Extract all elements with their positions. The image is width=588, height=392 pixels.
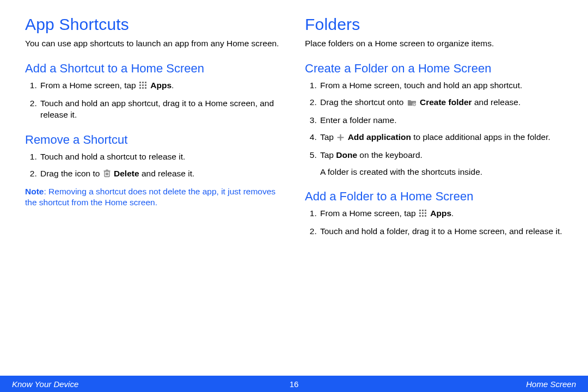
svg-rect-4	[142, 84, 144, 86]
step: Touch and hold an app shortcut, drag it …	[39, 98, 283, 121]
svg-rect-5	[145, 84, 146, 86]
svg-rect-26	[419, 215, 421, 217]
svg-rect-21	[422, 210, 424, 211]
add-application-label: Add application	[348, 132, 411, 142]
svg-rect-23	[419, 212, 421, 214]
text: and release it.	[139, 169, 195, 178]
apps-grid-icon	[419, 209, 427, 220]
text: From a Home screen, tap	[40, 81, 138, 90]
apps-label: Apps	[150, 81, 171, 90]
create-result: A folder is created with the shortcuts i…	[320, 167, 563, 178]
page-footer: Know Your Device 16 Home Screen	[0, 376, 588, 392]
svg-rect-3	[139, 84, 141, 86]
note-label: Note	[25, 187, 44, 196]
svg-rect-2	[145, 82, 146, 83]
note-body: : Removing a shortcut does not delete th…	[25, 187, 275, 207]
heading-remove-shortcut: Remove a Shortcut	[25, 133, 283, 147]
done-label: Done	[336, 150, 357, 160]
two-column-layout: App Shortcuts You can use app shortcuts …	[25, 15, 563, 243]
svg-rect-28	[425, 215, 426, 217]
text: From a Home screen, tap	[320, 209, 418, 218]
text: Drag the shortcut onto	[320, 97, 406, 107]
text: Tap	[320, 150, 336, 160]
manual-page: App Shortcuts You can use app shortcuts …	[0, 0, 588, 392]
step: Drag the shortcut onto Create folder and…	[319, 97, 563, 109]
apps-label: Apps	[430, 209, 451, 218]
text: on the keyboard.	[357, 150, 422, 160]
step: Touch and hold a folder, drag it to a Ho…	[319, 226, 563, 237]
left-column: App Shortcuts You can use app shortcuts …	[25, 15, 283, 243]
step: Touch and hold a shortcut to release it.	[39, 151, 283, 163]
svg-rect-1	[142, 82, 144, 83]
heading-add-folder: Add a Folder to a Home Screen	[305, 189, 563, 204]
footer-left: Know Your Device	[12, 379, 78, 389]
delete-label: Delete	[114, 169, 139, 178]
step: Enter a folder name.	[319, 115, 563, 126]
intro-folders: Place folders on a Home screen to organi…	[305, 38, 563, 50]
text: Tap	[320, 132, 336, 142]
steps-remove-shortcut: Touch and hold a shortcut to release it.…	[25, 151, 283, 181]
svg-rect-25	[425, 212, 426, 214]
step: From a Home screen, tap Apps.	[319, 208, 563, 220]
text: Drag the icon to	[40, 169, 102, 178]
footer-right: Home Screen	[526, 379, 576, 389]
note-remove-shortcut: Note: Removing a shortcut does not delet…	[25, 186, 283, 209]
text: .	[171, 81, 174, 90]
svg-rect-8	[145, 87, 146, 89]
svg-rect-27	[422, 215, 424, 217]
step: Tap Add application to place additional …	[319, 132, 563, 144]
step: From a Home screen, touch and hold an ap…	[319, 80, 563, 91]
add-plus-icon	[337, 133, 344, 144]
heading-add-shortcut: Add a Shortcut to a Home Screen	[25, 62, 283, 76]
page-number: 16	[290, 379, 299, 389]
step: From a Home screen, tap Apps.	[39, 80, 283, 93]
delete-trash-icon	[103, 169, 111, 181]
svg-rect-7	[142, 87, 144, 89]
steps-create-folder: From a Home screen, touch and hold an ap…	[305, 80, 563, 178]
heading-folders: Folders	[305, 15, 563, 34]
svg-rect-6	[139, 87, 141, 89]
step: Drag the icon to Delete and release it.	[39, 168, 283, 181]
steps-add-folder: From a Home screen, tap Apps. Touch and …	[305, 208, 563, 237]
right-column: Folders Place folders on a Home screen t…	[305, 15, 563, 243]
svg-rect-24	[422, 212, 424, 214]
intro-app-shortcuts: You can use app shortcuts to launch an a…	[25, 38, 283, 50]
heading-create-folder: Create a Folder on a Home Screen	[305, 62, 563, 76]
create-folder-label: Create folder	[420, 97, 472, 107]
svg-rect-20	[419, 210, 421, 211]
svg-rect-22	[425, 210, 426, 211]
create-folder-icon	[407, 98, 416, 109]
text: and release.	[472, 97, 521, 107]
text: .	[451, 209, 454, 218]
svg-rect-0	[139, 82, 141, 83]
apps-grid-icon	[139, 81, 147, 93]
heading-app-shortcuts: App Shortcuts	[25, 15, 283, 34]
steps-add-shortcut: From a Home screen, tap Apps. Touch and …	[25, 80, 283, 121]
text: to place additional apps in the folder.	[411, 132, 550, 142]
step: Tap Done on the keyboard. A folder is cr…	[319, 150, 563, 178]
